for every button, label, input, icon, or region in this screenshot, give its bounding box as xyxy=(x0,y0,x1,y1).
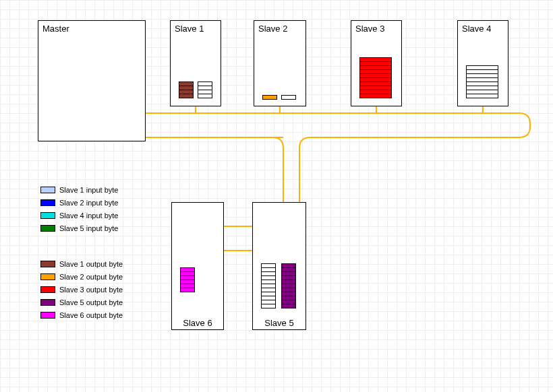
legend-row: Slave 1 output byte xyxy=(40,257,123,270)
slave2-output-stack xyxy=(262,95,277,100)
legend-swatch xyxy=(40,312,55,319)
slave2-label: Slave 2 xyxy=(258,24,287,34)
slave5-node: Slave 5 xyxy=(252,202,306,330)
legend-row: Slave 6 output byte xyxy=(40,308,123,321)
legend-swatch xyxy=(40,212,55,219)
slave3-output-stack xyxy=(359,57,392,98)
legend-inputs: Slave 1 input byteSlave 2 input byteSlav… xyxy=(40,183,118,234)
slave6-label: Slave 6 xyxy=(172,318,223,328)
legend-label: Slave 1 output byte xyxy=(59,260,123,268)
slave6-output-stack xyxy=(180,267,195,292)
slave4-input-stack xyxy=(466,65,498,98)
slave1-label: Slave 1 xyxy=(175,24,204,34)
slave2-node: Slave 2 xyxy=(254,20,306,106)
slave4-node: Slave 4 xyxy=(457,20,508,106)
master-label: Master xyxy=(42,24,69,34)
legend-swatch xyxy=(40,299,55,306)
legend-swatch xyxy=(40,199,55,206)
legend-row: Slave 2 output byte xyxy=(40,270,123,283)
legend-swatch xyxy=(40,261,55,267)
legend-label: Slave 1 input byte xyxy=(59,186,118,194)
legend-label: Slave 5 output byte xyxy=(59,298,123,306)
legend-label: Slave 6 output byte xyxy=(59,311,123,319)
slave6-node: Slave 6 xyxy=(171,202,224,330)
slave5-output-stack xyxy=(281,263,296,308)
slave2-input-stack xyxy=(281,95,296,100)
byte-cell xyxy=(262,95,277,100)
legend-label: Slave 5 input byte xyxy=(59,224,118,232)
legend-row: Slave 3 output byte xyxy=(40,283,123,296)
legend-swatch xyxy=(40,273,55,280)
slave3-node: Slave 3 xyxy=(351,20,402,106)
legend-row: Slave 2 input byte xyxy=(40,196,118,209)
legend-label: Slave 4 input byte xyxy=(59,211,118,220)
legend-row: Slave 4 input byte xyxy=(40,209,118,222)
legend-label: Slave 3 output byte xyxy=(59,286,123,294)
legend-row: Slave 5 input byte xyxy=(40,222,118,234)
byte-cell xyxy=(466,94,498,98)
byte-cell xyxy=(281,304,296,308)
byte-cell xyxy=(198,94,212,98)
byte-cell xyxy=(179,94,194,98)
legend-swatch xyxy=(40,225,55,232)
byte-cell xyxy=(261,304,276,308)
byte-cell xyxy=(359,94,392,98)
legend-row: Slave 1 input byte xyxy=(40,183,118,196)
slave1-input-stack xyxy=(198,81,212,98)
legend-label: Slave 2 output byte xyxy=(59,273,123,281)
legend-row: Slave 5 output byte xyxy=(40,296,123,308)
slave3-label: Slave 3 xyxy=(355,24,384,34)
slave1-node: Slave 1 xyxy=(170,20,221,106)
slave5-input-stack xyxy=(261,263,276,308)
slave1-output-stack xyxy=(179,81,194,98)
byte-cell xyxy=(180,288,195,292)
slave5-label: Slave 5 xyxy=(253,318,305,328)
slave4-label: Slave 4 xyxy=(462,24,491,34)
legend-outputs: Slave 1 output byteSlave 2 output byteSl… xyxy=(40,257,123,321)
legend-swatch xyxy=(40,187,55,193)
byte-cell xyxy=(281,95,296,100)
legend-label: Slave 2 input byte xyxy=(59,199,118,207)
master-node: Master xyxy=(38,20,146,141)
legend-swatch xyxy=(40,286,55,293)
